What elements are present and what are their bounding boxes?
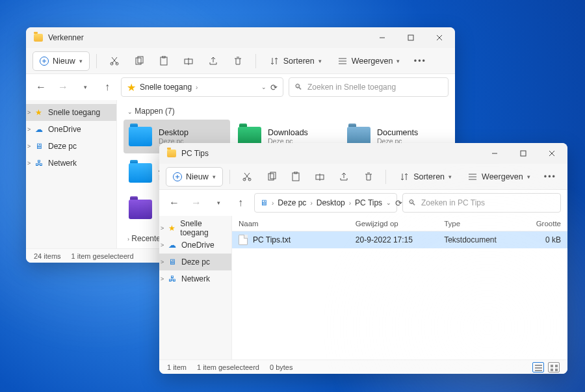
minimize-button[interactable] (480, 143, 509, 164)
chevron-right-icon: > (161, 242, 164, 248)
sidebar-item[interactable]: >★Snelle toegang (159, 220, 231, 237)
folder-name: Documents (377, 128, 418, 137)
file-name: PC Tips.txt (253, 235, 291, 244)
breadcrumb-item[interactable]: PC Tips (355, 198, 382, 207)
recent-locations-button[interactable]: ▾ (77, 79, 94, 96)
chevron-down-icon: ▾ (527, 174, 530, 180)
recent-locations-button[interactable]: ▾ (210, 194, 227, 211)
view-button[interactable]: Weergeven ▾ (461, 167, 537, 187)
search-icon: 🔍︎ (294, 83, 302, 92)
search-field[interactable]: 🔍︎ (402, 193, 561, 213)
sort-label: Sorteren (283, 57, 315, 66)
sidebar-item[interactable]: >🖧Netwerk (159, 270, 231, 287)
maximize-button[interactable] (396, 27, 425, 48)
up-button[interactable]: ↑ (232, 194, 249, 211)
back-button[interactable]: ← (32, 79, 49, 96)
rename-button[interactable] (177, 51, 200, 71)
delete-button[interactable] (358, 167, 379, 187)
folder-name: Downloads (268, 128, 308, 137)
folder-icon (129, 200, 152, 219)
paste-button[interactable] (153, 51, 175, 71)
col-name[interactable]: Naam (232, 220, 349, 228)
svg-line-19 (549, 151, 554, 156)
sidebar-item[interactable]: >☁OneDrive (159, 237, 231, 254)
cut-button[interactable] (237, 167, 258, 187)
star-icon: ★ (168, 224, 176, 233)
file-size: 0 kB (517, 235, 567, 244)
text-file-icon (239, 235, 248, 245)
details-view-button[interactable] (532, 362, 544, 372)
maximize-button[interactable] (509, 143, 538, 164)
sidebar-item-label: Snelle toegang (180, 219, 226, 237)
close-button[interactable] (425, 27, 454, 48)
cut-button[interactable] (103, 51, 125, 71)
search-input[interactable] (421, 198, 555, 207)
sidebar-item-label: Snelle toegang (48, 108, 100, 117)
sidebar-item[interactable]: >★Snelle toegang (26, 104, 116, 121)
sort-button[interactable]: Sorteren ▾ (393, 167, 458, 187)
window-title: Verkenner (48, 33, 84, 42)
separator (385, 170, 386, 184)
folder-icon (34, 34, 43, 42)
delete-button[interactable] (227, 51, 249, 71)
file-row[interactable]: PC Tips.txt20-9-2022 17:15Tekstdocument0… (232, 231, 567, 248)
section-header[interactable]: ⌄ Mappen (7) (117, 100, 455, 120)
sidebar-item[interactable]: >🖥Deze pc (26, 138, 116, 155)
sidebar-item[interactable]: >☁OneDrive (26, 121, 116, 138)
chevron-down-icon: ⌄ (127, 109, 133, 115)
forward-button[interactable]: → (55, 79, 72, 96)
new-button[interactable]: Nieuw ▾ (32, 51, 90, 71)
breadcrumb-item[interactable]: Deze pc (278, 198, 306, 207)
chevron-down-icon[interactable]: ⌄ (261, 84, 266, 90)
chevron-down-icon[interactable]: ⌄ (386, 200, 391, 206)
svg-rect-27 (292, 173, 299, 181)
breadcrumb[interactable]: ★ Snelle toegang › ⌄ ⟳ (121, 77, 283, 97)
new-label: Nieuw (186, 172, 209, 181)
pc-icon: 🖥 (260, 198, 268, 207)
status-selection: 1 item geselecteerd (72, 252, 134, 260)
paste-button[interactable] (285, 167, 306, 187)
breadcrumb-item[interactable]: Desktop (317, 198, 345, 207)
sidebar-item[interactable]: >🖧Netwerk (26, 155, 116, 172)
up-button[interactable]: ↑ (99, 79, 116, 96)
section-label: Mappen (7) (135, 107, 174, 116)
breadcrumb[interactable]: 🖥 › Deze pc › Desktop › PC Tips ⌄ ⟳ (254, 193, 397, 213)
minimize-button[interactable] (368, 27, 396, 48)
new-label: Nieuw (53, 57, 75, 66)
breadcrumb-item[interactable]: Snelle toegang (140, 83, 192, 92)
close-button[interactable] (538, 143, 566, 164)
view-label: Weergeven (352, 57, 393, 66)
search-input[interactable] (307, 83, 443, 92)
back-button[interactable]: ← (166, 194, 183, 211)
sidebar-item-label: Deze pc (181, 257, 210, 267)
chevron-right-icon: > (161, 259, 164, 265)
view-button[interactable]: Weergeven ▾ (331, 51, 407, 71)
sort-button[interactable]: Sorteren ▾ (263, 51, 328, 71)
sidebar-item-label: OneDrive (181, 241, 214, 250)
folder-icon (129, 127, 152, 146)
column-headers[interactable]: Naam Gewijzigd op Type Grootte (232, 216, 567, 231)
titlebar[interactable]: PC Tips (159, 143, 567, 164)
search-field[interactable]: 🔍︎ (289, 77, 448, 97)
share-button[interactable] (202, 51, 224, 71)
file-type: Tekstdocument (437, 235, 517, 244)
network-icon: 🖧 (35, 159, 44, 168)
col-date[interactable]: Gewijzigd op (349, 220, 437, 228)
more-button[interactable]: ••• (409, 51, 431, 71)
svg-line-20 (549, 151, 554, 156)
col-type[interactable]: Type (437, 220, 517, 228)
new-button[interactable]: Nieuw ▾ (166, 167, 223, 187)
copy-button[interactable] (128, 51, 150, 71)
refresh-button[interactable]: ⟳ (395, 198, 402, 208)
more-button[interactable]: ••• (540, 167, 561, 187)
search-icon: 🔍︎ (408, 198, 416, 207)
refresh-button[interactable]: ⟳ (270, 83, 278, 92)
rename-button[interactable] (309, 167, 330, 187)
col-size[interactable]: Grootte (517, 220, 567, 228)
share-button[interactable] (333, 167, 355, 187)
titlebar[interactable]: Verkenner (26, 27, 455, 48)
large-icons-view-button[interactable] (548, 362, 560, 372)
sidebar-item[interactable]: >🖥Deze pc (159, 254, 231, 270)
forward-button[interactable]: → (188, 194, 205, 211)
copy-button[interactable] (261, 167, 282, 187)
